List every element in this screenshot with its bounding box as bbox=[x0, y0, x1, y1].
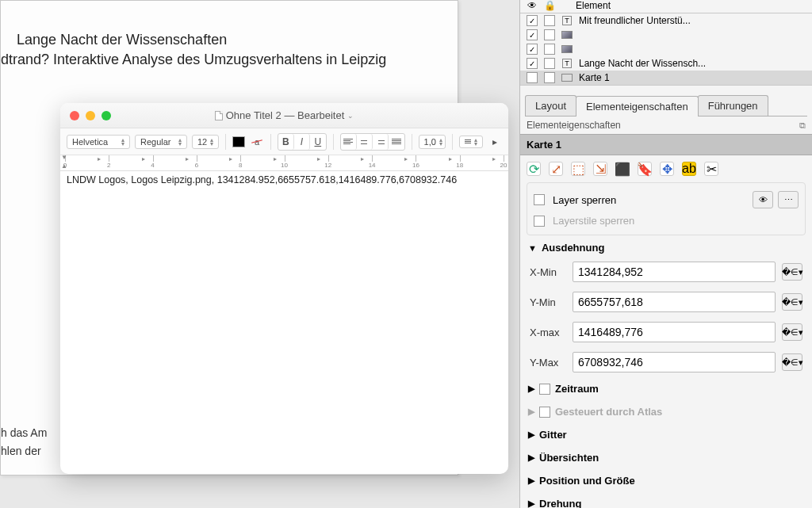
page-title-2: dtrand? Interaktive Analyse des Umzugsve… bbox=[1, 52, 386, 68]
text-strike-color[interactable]: a bbox=[250, 134, 264, 150]
lock-checkbox[interactable] bbox=[544, 44, 555, 55]
lock-header-icon: 🔒 bbox=[541, 0, 558, 11]
xmax-row: X-max �∈▾ bbox=[520, 317, 812, 347]
visibility-checkbox[interactable] bbox=[527, 72, 538, 83]
ymax-row: Y-Max �∈▾ bbox=[520, 347, 812, 377]
layer-row[interactable]: TMit freundlicher Unterstü... bbox=[520, 13, 812, 28]
text-color-swatch[interactable] bbox=[232, 136, 245, 147]
atlas-section: ▶Gesteuert durch Atlas bbox=[520, 400, 812, 423]
zeitraum-checkbox[interactable] bbox=[539, 384, 550, 395]
format-toolbar: Helvetica▴▾ Regular▴▾ 12▴▾ a B I U 1,0▴▾… bbox=[60, 128, 508, 155]
font-family-select[interactable]: Helvetica▴▾ bbox=[67, 135, 130, 149]
font-size-select[interactable]: 12▴▾ bbox=[192, 135, 219, 149]
ymax-override-button[interactable]: �∈▾ bbox=[782, 353, 802, 371]
ruler[interactable]: 02▸4▸6▸8▸10▸12▸14▸16▸18▸20▸▼▲ bbox=[60, 155, 508, 171]
ymin-input[interactable] bbox=[573, 292, 776, 312]
element-header[interactable]: Element bbox=[576, 0, 611, 11]
ymin-override-button[interactable]: �∈▾ bbox=[782, 293, 802, 311]
visibility-checkbox[interactable] bbox=[527, 58, 538, 69]
italic-button[interactable]: I bbox=[294, 134, 310, 150]
layer-row[interactable]: Karte 1 bbox=[520, 71, 812, 85]
image-icon bbox=[561, 30, 573, 40]
text-body[interactable]: LNDW Logos, Logos Leipzig.png, 1341284.9… bbox=[60, 171, 508, 189]
triangle-right-icon: ▶ bbox=[528, 453, 534, 463]
position-size-section[interactable]: ▶Position und Größe bbox=[520, 469, 812, 492]
extent-section-header[interactable]: ▼Ausdehnung bbox=[520, 235, 812, 257]
lock-checkbox[interactable] bbox=[544, 15, 555, 26]
extent-to-content-icon[interactable]: ⤢ bbox=[549, 162, 563, 176]
clip-icon[interactable]: ✂ bbox=[704, 162, 718, 176]
xmin-row: X-Min �∈▾ bbox=[520, 257, 812, 287]
page-footer-1: h das Am bbox=[1, 426, 47, 439]
align-left-button[interactable] bbox=[341, 134, 357, 150]
detach-icon[interactable]: ⧉ bbox=[799, 120, 806, 131]
label-settings-icon[interactable]: ab bbox=[682, 162, 696, 176]
align-center-button[interactable] bbox=[357, 134, 373, 150]
gitter-section[interactable]: ▶Gitter bbox=[520, 423, 812, 446]
list-style-select[interactable]: ▴▾ bbox=[459, 136, 483, 148]
interactive-edit-icon[interactable]: ✥ bbox=[660, 162, 674, 176]
layer-label: Mit freundlicher Unterstü... bbox=[576, 15, 809, 26]
set-scale-icon[interactable]: ⇲ bbox=[593, 162, 607, 176]
lock-layers-options[interactable]: 👁 bbox=[753, 191, 773, 208]
tab-element-properties[interactable]: Elementeigenschaften bbox=[576, 96, 699, 116]
lock-layers-preset[interactable]: ⋯ bbox=[778, 191, 799, 208]
layers-list: 👁 🔒 Element TMit freundlicher Unterstü..… bbox=[520, 0, 812, 86]
bookmark-icon[interactable]: 🔖 bbox=[638, 162, 652, 176]
triangle-down-icon: ▼ bbox=[528, 243, 537, 253]
lock-checkbox[interactable] bbox=[544, 58, 555, 69]
indent-right-button[interactable]: ▸ bbox=[488, 134, 502, 150]
set-extent-icon[interactable]: ⬛ bbox=[615, 162, 630, 176]
ymax-label: Y-Max bbox=[530, 357, 566, 369]
properties-panel: 👁 🔒 Element TMit freundlicher Unterstü..… bbox=[519, 0, 812, 508]
image-icon bbox=[561, 44, 573, 54]
text-icon: T bbox=[561, 59, 573, 68]
ymin-row: Y-Min �∈▾ bbox=[520, 287, 812, 317]
font-weight-select[interactable]: Regular▴▾ bbox=[135, 135, 187, 149]
map-toolbar: ⟳ ⤢ ⬚ ⇲ ⬛ 🔖 ✥ ab ✂ bbox=[520, 155, 812, 182]
lock-layers-checkbox[interactable] bbox=[534, 194, 545, 205]
textedit-window: Ohne Titel 2 — Bearbeitet ⌄ Helvetica▴▾ … bbox=[60, 103, 508, 474]
xmax-override-button[interactable]: �∈▾ bbox=[782, 323, 802, 341]
refresh-icon[interactable]: ⟳ bbox=[527, 162, 541, 176]
layer-row[interactable]: TLange Nacht der Wissensch... bbox=[520, 56, 812, 71]
xmin-label: X-Min bbox=[530, 266, 566, 278]
chevron-down-icon[interactable]: ⌄ bbox=[347, 112, 354, 120]
line-spacing-select[interactable]: 1,0▴▾ bbox=[419, 135, 446, 149]
ymin-label: Y-Min bbox=[530, 296, 566, 308]
triangle-right-icon: ▶ bbox=[528, 476, 534, 486]
view-extent-icon[interactable]: ⬚ bbox=[571, 162, 585, 176]
align-right-button[interactable] bbox=[373, 134, 389, 150]
page-footer-2: hlen der bbox=[1, 445, 41, 457]
lock-checkbox[interactable] bbox=[544, 29, 555, 40]
tab-guides[interactable]: Führungen bbox=[698, 95, 768, 116]
ymax-input[interactable] bbox=[573, 352, 776, 372]
layer-label: Karte 1 bbox=[576, 72, 809, 83]
xmax-label: X-max bbox=[530, 327, 566, 338]
drehung-section[interactable]: ▶Drehung bbox=[520, 492, 812, 508]
layer-row[interactable] bbox=[520, 28, 812, 42]
bold-italic-underline-group: B I U bbox=[278, 133, 327, 151]
bold-button[interactable]: B bbox=[278, 134, 294, 150]
underline-button[interactable]: U bbox=[310, 134, 326, 150]
visibility-checkbox[interactable] bbox=[527, 44, 538, 55]
tab-layout[interactable]: Layout bbox=[525, 95, 576, 116]
atlas-checkbox bbox=[539, 407, 550, 418]
triangle-right-icon: ▶ bbox=[528, 430, 534, 440]
visibility-checkbox[interactable] bbox=[527, 29, 538, 40]
zeitraum-section[interactable]: ▶Zeitraum bbox=[520, 377, 812, 400]
map-icon bbox=[561, 73, 573, 82]
lock-layers-label: Layer sperren bbox=[553, 194, 616, 206]
titlebar[interactable]: Ohne Titel 2 — Bearbeitet ⌄ bbox=[60, 103, 508, 128]
text-icon: T bbox=[561, 16, 573, 25]
visibility-checkbox[interactable] bbox=[527, 15, 538, 26]
align-justify-button[interactable] bbox=[389, 134, 404, 150]
layer-row[interactable] bbox=[520, 42, 812, 56]
xmin-input[interactable] bbox=[573, 262, 776, 282]
property-tabs: Layout Elementeigenschaften Führungen bbox=[525, 95, 807, 116]
xmin-override-button[interactable]: �∈▾ bbox=[782, 263, 802, 281]
uebersichten-section[interactable]: ▶Übersichten bbox=[520, 446, 812, 469]
xmax-input[interactable] bbox=[573, 322, 776, 342]
lock-checkbox[interactable] bbox=[544, 72, 555, 83]
triangle-right-icon: ▶ bbox=[528, 407, 534, 417]
